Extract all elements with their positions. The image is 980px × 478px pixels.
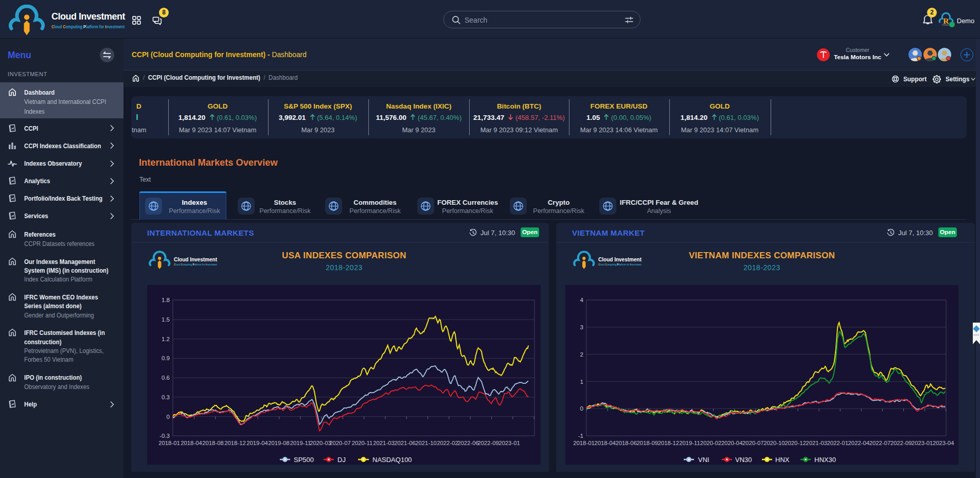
- svg-text:2021-10: 2021-10: [415, 440, 436, 446]
- svg-text:-0.3: -0.3: [159, 433, 170, 439]
- svg-text:2021-03: 2021-03: [373, 440, 394, 446]
- svg-text:1.2: 1.2: [162, 336, 170, 342]
- svg-text:2022-06: 2022-06: [457, 440, 478, 446]
- svg-text:2020-07: 2020-07: [742, 440, 763, 446]
- svg-text:2020-02: 2020-02: [700, 440, 721, 446]
- svg-text:2018-01: 2018-01: [158, 440, 180, 446]
- svg-text:VN30: VN30: [735, 456, 752, 464]
- svg-text:2018-12: 2018-12: [658, 440, 679, 446]
- svg-text:2018-08: 2018-08: [202, 440, 223, 446]
- svg-text:2018-09: 2018-09: [637, 440, 658, 446]
- svg-text:2023-01: 2023-01: [912, 440, 933, 446]
- svg-text:NASDAQ100: NASDAQ100: [372, 456, 412, 464]
- svg-text:Cloud Computing Platform for I: Cloud Computing Platform for Investment: [174, 263, 217, 266]
- svg-text:HNX: HNX: [775, 456, 790, 464]
- svg-text:DJ: DJ: [337, 456, 346, 464]
- svg-text:2020-04: 2020-04: [721, 440, 742, 446]
- svg-text:HNX30: HNX30: [814, 456, 836, 464]
- svg-text:2021-03: 2021-03: [806, 440, 827, 446]
- svg-text:2018-04: 2018-04: [594, 440, 615, 446]
- svg-text:2019-08: 2019-08: [268, 440, 289, 446]
- svg-text:SP500: SP500: [294, 456, 314, 464]
- svg-text:3: 3: [580, 324, 583, 330]
- svg-text:2019-11: 2019-11: [290, 440, 311, 446]
- svg-text:0: 0: [580, 405, 583, 412]
- svg-text:2022-04: 2022-04: [848, 440, 869, 446]
- svg-text:2018-06: 2018-06: [615, 440, 636, 446]
- svg-text:2020-12: 2020-12: [785, 440, 806, 446]
- svg-text:1: 1: [580, 379, 583, 385]
- svg-text:0.9: 0.9: [162, 355, 170, 361]
- svg-text:2022-07: 2022-07: [869, 440, 890, 446]
- svg-text:Cloud Investment: Cloud Investment: [598, 256, 642, 262]
- svg-text:4: 4: [580, 297, 584, 303]
- svg-text:2022-02: 2022-02: [437, 440, 458, 446]
- svg-text:2023-01: 2023-01: [498, 440, 520, 446]
- svg-text:2022-09: 2022-09: [890, 440, 912, 446]
- svg-text:2021-06: 2021-06: [394, 440, 415, 446]
- svg-text:1.8: 1.8: [162, 297, 170, 303]
- svg-text:Cloud Investment: Cloud Investment: [174, 256, 217, 262]
- svg-text:1.5: 1.5: [162, 316, 170, 323]
- svg-text:Cloud Computing Platform for I: Cloud Computing Platform for Investment: [598, 263, 642, 266]
- svg-text:VNI: VNI: [698, 456, 709, 464]
- svg-text:2022-09: 2022-09: [477, 440, 498, 446]
- svg-text:0.3: 0.3: [162, 394, 170, 400]
- svg-text:2019-11: 2019-11: [679, 440, 700, 446]
- svg-text:2022-01: 2022-01: [827, 440, 848, 446]
- svg-text:2020-03: 2020-03: [310, 440, 331, 446]
- svg-text:-1: -1: [578, 433, 583, 439]
- svg-text:2023-04: 2023-04: [933, 440, 954, 446]
- svg-text:2018-04: 2018-04: [181, 440, 202, 446]
- svg-text:2020-11: 2020-11: [352, 440, 373, 446]
- svg-text:2018-01: 2018-01: [573, 440, 594, 446]
- svg-text:2: 2: [580, 351, 583, 358]
- svg-text:2020-10: 2020-10: [763, 440, 785, 446]
- svg-text:2019-04: 2019-04: [246, 440, 268, 446]
- svg-text:2020-07: 2020-07: [329, 440, 350, 446]
- svg-text:0.6: 0.6: [162, 375, 170, 381]
- svg-text:0: 0: [167, 414, 170, 420]
- svg-text:2018-12: 2018-12: [224, 440, 245, 446]
